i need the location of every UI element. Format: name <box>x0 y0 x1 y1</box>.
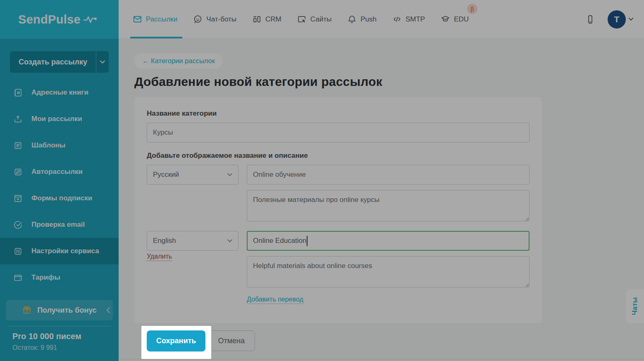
tab-label: EDU <box>454 15 469 24</box>
category-name-label: Название категории <box>147 109 530 118</box>
code-icon <box>392 14 402 24</box>
account-menu[interactable]: T <box>608 10 633 28</box>
logo-text: SendPulse <box>18 13 81 26</box>
sidebar-item-autoresponders[interactable]: Авторассылки <box>0 159 119 185</box>
page-content: ← Категории рассылок Добавление новой ка… <box>119 39 644 361</box>
send-tray-icon <box>13 114 23 124</box>
wallet-icon <box>13 273 23 283</box>
mail-icon <box>133 14 142 24</box>
sidebar-item-subscription-forms[interactable]: Формы подписки <box>0 185 119 211</box>
tab-campaigns[interactable]: Рассылки <box>132 0 178 38</box>
page-title: Добавление новой категории рассылок <box>134 75 644 89</box>
tab-label: SMTP <box>405 15 425 24</box>
sidebar-nav: Адресные книги Мои рассылки <box>0 79 119 291</box>
translation-row-russian: Русский <box>147 165 530 185</box>
tab-push[interactable]: Push <box>346 0 377 38</box>
tab-label: CRM <box>265 15 281 24</box>
back-link-campaign-categories[interactable]: ← Категории рассылок <box>134 53 223 69</box>
tab-crm[interactable]: CRM <box>251 0 282 38</box>
form-actions: Сохранить Отмена <box>141 326 644 359</box>
sidebar-header: SendPulse <box>0 0 119 39</box>
sidebar-item-pricing[interactable]: Тарифы <box>0 264 119 291</box>
sidebar-item-templates[interactable]: Шаблоны <box>0 132 119 159</box>
get-bonus-label: Получить бонус <box>37 306 97 315</box>
plan-info: Pro 10 000 писем Остаток: 9 991 <box>0 326 119 352</box>
tab-chatbots[interactable]: Чат-боты <box>192 0 237 38</box>
translation-description-row-english: Helpful materials about online courses <box>147 256 530 289</box>
mobile-app-icon[interactable] <box>585 14 595 24</box>
display-name-input-english[interactable]: Online Education <box>247 231 530 251</box>
check-circle-icon <box>13 220 23 230</box>
address-book-icon <box>13 88 23 97</box>
save-button[interactable]: Сохранить <box>147 330 205 352</box>
graduation-cap-icon <box>441 14 450 24</box>
app-window: SendPulse Создать рассылку <box>0 0 644 361</box>
sidebar-item-service-settings[interactable]: Настройки сервиса <box>0 238 119 264</box>
beta-badge: β <box>467 4 477 14</box>
chats-side-tab[interactable]: Чаты <box>626 289 644 323</box>
caret-down-icon <box>100 60 105 64</box>
sliders-icon <box>13 247 23 256</box>
tab-smtp[interactable]: SMTP <box>391 0 426 38</box>
tab-sites[interactable]: Сайты <box>296 0 332 38</box>
tab-label: Чат-боты <box>206 15 236 24</box>
add-translation-link[interactable]: Добавить перевод <box>247 296 303 304</box>
sidebar-item-email-verification[interactable]: Проверка email <box>0 211 119 238</box>
sidebar-item-label: Настройки сервиса <box>31 247 99 255</box>
top-navigation: Рассылки Чат-боты <box>119 0 644 39</box>
language-select-value: Русский <box>153 171 179 179</box>
get-bonus-button[interactable]: Получить бонус <box>6 300 113 321</box>
pulse-icon <box>83 14 102 24</box>
sidebar: SendPulse Создать рассылку <box>0 0 119 361</box>
add-translation-row: Добавить перевод <box>147 289 530 304</box>
create-campaign-dropdown[interactable] <box>96 51 109 73</box>
topbar-right: T <box>585 0 633 38</box>
chevron-down-icon <box>227 239 232 242</box>
site-cursor-icon <box>297 14 307 24</box>
language-select-value: English <box>153 237 176 245</box>
sidebar-item-label: Формы подписки <box>31 194 92 202</box>
language-select-english[interactable]: English <box>147 231 239 251</box>
form-window-icon <box>13 194 23 203</box>
translation-row-english: English Удалить Online Education <box>147 231 530 251</box>
category-form-card: Название категории Добавьте отображаемое… <box>134 97 542 323</box>
create-campaign-button[interactable]: Создать рассылку <box>10 51 109 73</box>
bell-icon <box>347 14 357 24</box>
display-name-input-russian[interactable] <box>247 165 530 185</box>
input-value: Online Education <box>253 237 306 245</box>
sidebar-item-label: Адресные книги <box>31 88 88 97</box>
language-select-russian[interactable]: Русский <box>147 165 239 185</box>
create-campaign-label: Создать рассылку <box>10 51 96 73</box>
description-textarea-english[interactable]: Helpful materials about online courses <box>247 256 530 287</box>
tour-spotlight-box: Сохранить <box>141 326 211 359</box>
sidebar-item-label: Авторассылки <box>31 168 83 176</box>
chats-tab-label: Чаты <box>631 297 639 315</box>
chatbot-icon <box>193 14 203 24</box>
sidebar-item-my-campaigns[interactable]: Мои рассылки <box>0 106 119 132</box>
tab-edu[interactable]: EDU β <box>440 0 470 38</box>
gift-icon <box>22 305 32 315</box>
plan-balance: Остаток: 9 991 <box>12 344 112 352</box>
content-bottom-divider <box>119 359 644 359</box>
main-area: Рассылки Чат-боты <box>119 0 644 361</box>
automation-icon <box>13 167 23 177</box>
translations-label: Добавьте отображаемое название и описани… <box>147 152 530 160</box>
cancel-button[interactable]: Отмена <box>208 330 255 351</box>
template-stamp-icon <box>13 141 23 150</box>
text-cursor <box>307 236 308 246</box>
chevron-down-icon <box>227 173 232 176</box>
tab-label: Push <box>360 15 377 24</box>
caret-down-icon <box>629 18 633 21</box>
description-textarea-russian[interactable]: Полезные материалы про online курсы <box>247 190 530 221</box>
sidebar-item-label: Тарифы <box>31 273 60 282</box>
sidebar-item-address-books[interactable]: Адресные книги <box>0 79 119 106</box>
chevron-left-icon[interactable] <box>106 307 110 314</box>
sidebar-item-label: Проверка email <box>31 221 85 229</box>
avatar: T <box>608 10 626 28</box>
sendpulse-logo[interactable]: SendPulse <box>18 13 102 26</box>
sidebar-item-label: Шаблоны <box>31 141 65 150</box>
category-name-input[interactable] <box>147 123 530 142</box>
tab-label: Рассылки <box>146 15 177 24</box>
tab-label: Сайты <box>310 15 332 24</box>
sidebar-item-label: Мои рассылки <box>31 115 82 123</box>
